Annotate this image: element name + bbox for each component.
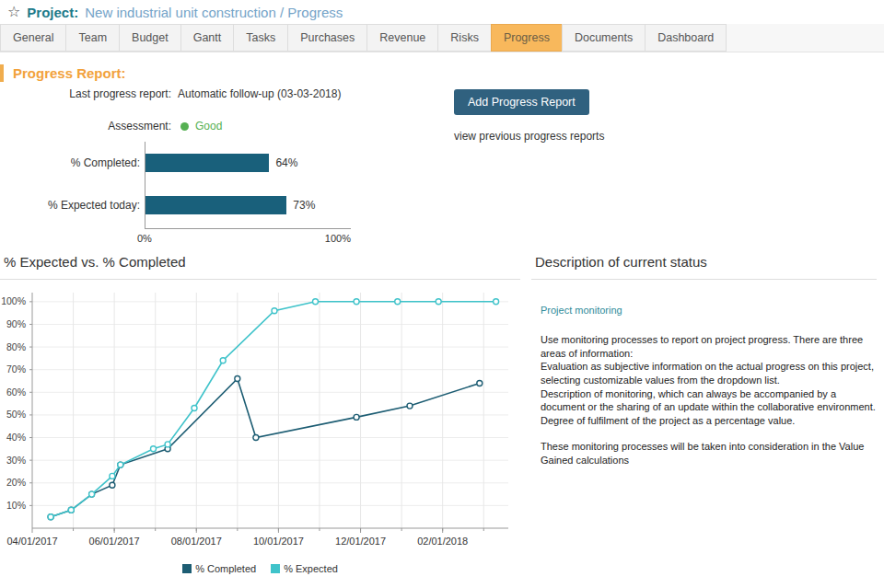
tab-purchases[interactable]: Purchases [287, 24, 367, 52]
svg-text:100%: 100% [1, 295, 26, 306]
status-paragraph: Evaluation as subjective information on … [541, 360, 877, 386]
status-paragraph: Degree of fulfilment of the project as a… [541, 414, 877, 428]
tab-revenue[interactable]: Revenue [366, 24, 438, 52]
line-chart-panel: % Expected vs. % Completed 10%20%30%40%5… [0, 251, 520, 575]
svg-text:80%: 80% [6, 341, 26, 352]
line-chart-divider [0, 279, 520, 280]
bar-chart-x-ticks: 0% 100% [137, 233, 351, 244]
assessment-value: Good [195, 120, 222, 133]
status-divider [531, 279, 877, 280]
tab-general[interactable]: General [0, 24, 66, 52]
tab-dashboard[interactable]: Dashboard [645, 24, 727, 52]
legend-swatch-icon [271, 564, 280, 573]
add-progress-report-button[interactable]: Add Progress Report [454, 89, 589, 115]
tab-tasks[interactable]: Tasks [233, 24, 288, 52]
bar-chart-tick-0: 0% [137, 233, 152, 244]
completed-bar [145, 154, 269, 172]
tab-budget[interactable]: Budget [119, 24, 181, 52]
last-report-value: Automatic follow-up (03-03-2018) [178, 87, 341, 100]
favorite-star-icon[interactable]: ☆ [7, 5, 20, 19]
progress-report-body: Last progress report: Automatic follow-u… [0, 87, 884, 244]
chart-legend: % Completed% Expected [0, 561, 520, 575]
svg-text:08/01/2017: 08/01/2017 [171, 536, 222, 547]
project-title[interactable]: New industrial unit construction / Progr… [85, 5, 343, 20]
bar-chart-labels: % Completed: % Expected today: [0, 142, 145, 244]
progress-report-heading-text: Progress Report: [13, 65, 126, 81]
expected-vs-completed-chart: 10%20%30%40%50%60%70%80%90%100%04/01/201… [0, 283, 512, 561]
progress-report-heading: Progress Report: [0, 64, 884, 82]
svg-text:20%: 20% [6, 477, 26, 488]
status-paragraphs: Use monitoring processes to report on pr… [541, 333, 877, 467]
tab-risks[interactable]: Risks [437, 24, 492, 52]
view-previous-reports-link[interactable]: view previous progress reports [454, 130, 604, 143]
assessment-label: Assessment: [0, 120, 171, 133]
status-panel: Description of current status Project mo… [520, 251, 884, 575]
tab-progress[interactable]: Progress [491, 24, 563, 52]
status-paragraph: These monitoring processes will be taken… [541, 440, 877, 467]
progress-report-right: Add Progress Report view previous progre… [454, 89, 604, 143]
svg-text:04/01/2017: 04/01/2017 [6, 536, 57, 547]
tab-team[interactable]: Team [65, 24, 120, 52]
tab-gantt[interactable]: Gantt [180, 24, 235, 52]
legend-item: % Expected [271, 563, 338, 574]
status-heading: Description of current status [531, 251, 877, 279]
bar-label-completed: % Completed: [0, 154, 145, 172]
project-label: Project: [27, 5, 78, 20]
bar-chart-axes: 64% 73% [145, 142, 351, 229]
expected-today-bar-row: 73% [145, 196, 351, 214]
svg-text:60%: 60% [6, 386, 26, 398]
svg-text:12/01/2017: 12/01/2017 [335, 536, 386, 547]
legend-swatch-icon [182, 564, 192, 573]
svg-text:02/01/2018: 02/01/2018 [417, 536, 468, 547]
bar-chart-tick-100: 100% [325, 233, 351, 244]
completed-bar-row: 64% [145, 154, 351, 172]
completion-bar-chart: % Completed: % Expected today: 64% 73% [0, 142, 884, 244]
svg-text:10%: 10% [6, 500, 26, 511]
assessment-status-icon [180, 122, 189, 131]
svg-text:50%: 50% [6, 409, 26, 420]
project-monitoring-link[interactable]: Project monitoring [541, 305, 877, 316]
progress-report-section: Progress Report: Last progress report: A… [0, 64, 884, 244]
legend-item: % Completed [182, 563, 256, 574]
last-report-label: Last progress report: [0, 87, 171, 100]
svg-text:10/01/2017: 10/01/2017 [253, 536, 304, 547]
last-report-row: Last progress report: Automatic follow-u… [0, 87, 884, 100]
accent-bar [0, 64, 4, 82]
progress-report-left: Last progress report: Automatic follow-u… [0, 87, 884, 244]
assessment-row: Assessment: Good [0, 120, 884, 133]
status-paragraph: Description of monitoring, which can alw… [541, 387, 877, 414]
completed-bar-value: 64% [275, 156, 297, 169]
status-paragraph: Use monitoring processes to report on pr… [541, 333, 877, 360]
line-chart-title: % Expected vs. % Completed [0, 251, 520, 279]
bar-chart-plot: 64% 73% 0% 100% [145, 142, 351, 244]
tab-documents[interactable]: Documents [562, 24, 646, 52]
expected-today-bar-value: 73% [293, 199, 315, 212]
bar-label-expected-today: % Expected today: [0, 196, 145, 214]
svg-text:70%: 70% [6, 363, 26, 375]
svg-text:30%: 30% [6, 455, 26, 466]
svg-text:40%: 40% [6, 432, 26, 443]
tab-bar: General Team Budget Gantt Tasks Purchase… [0, 24, 884, 52]
svg-text:06/01/2017: 06/01/2017 [89, 536, 140, 547]
expected-today-bar [145, 196, 286, 214]
svg-text:90%: 90% [6, 318, 26, 329]
topbar: ☆ Project: New industrial unit construct… [0, 0, 884, 24]
lower-section: % Expected vs. % Completed 10%20%30%40%5… [0, 251, 884, 575]
